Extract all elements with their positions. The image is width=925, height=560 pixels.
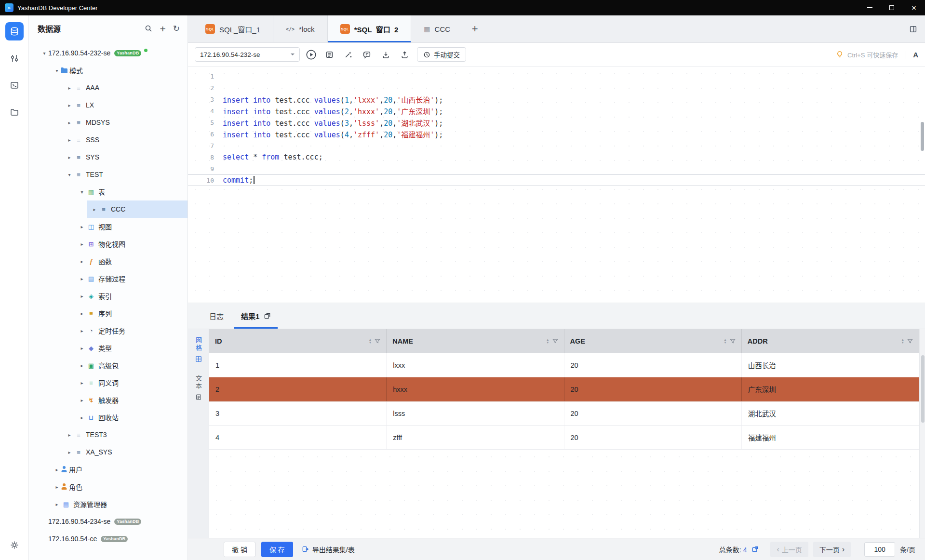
- text-view-tab[interactable]: 文本: [194, 375, 203, 400]
- table-cell[interactable]: lsss: [387, 401, 564, 425]
- explain-plan-button[interactable]: [322, 47, 336, 62]
- tab-logs[interactable]: 日志: [201, 303, 232, 329]
- connection-select[interactable]: 172.16.90.54-232-se: [195, 47, 300, 62]
- rail-datasource-button[interactable]: [5, 22, 24, 40]
- rail-console-button[interactable]: [5, 76, 24, 94]
- prev-page-button[interactable]: ‹ 上一页: [770, 542, 808, 557]
- table-row-1[interactable]: 1lxxx20山西长治: [209, 353, 919, 377]
- table-cell[interactable]: 广东深圳: [742, 377, 919, 401]
- tab-*lock[interactable]: </>*lock: [273, 15, 328, 42]
- tree-item-类型[interactable]: ▸◆类型: [29, 339, 188, 357]
- tab-SQL_窗口_1[interactable]: SQLSQL_窗口_1: [193, 15, 273, 42]
- tree-item-用户[interactable]: ▸用户: [29, 461, 188, 478]
- caret-collapsed-icon[interactable]: ▸: [91, 207, 98, 212]
- tree-item-存储过程[interactable]: ▸▤存储过程: [29, 270, 188, 287]
- tree-item-模式[interactable]: ▾模式: [29, 62, 188, 79]
- caret-collapsed-icon[interactable]: ▸: [78, 346, 86, 351]
- caret-collapsed-icon[interactable]: ▸: [78, 276, 86, 281]
- maximize-button[interactable]: [881, 0, 903, 15]
- format-sql-button[interactable]: [341, 47, 355, 62]
- editor-line-2[interactable]: 2: [188, 82, 925, 93]
- manual-commit-button[interactable]: 手动提交: [417, 47, 466, 62]
- table-cell[interactable]: 3: [209, 401, 387, 425]
- caret-collapsed-icon[interactable]: ▸: [78, 398, 86, 403]
- editor-line-10[interactable]: 10commit;: [188, 174, 925, 186]
- close-button[interactable]: ×: [903, 0, 925, 15]
- tree-item-MDSYS[interactable]: ▸≡MDSYS: [29, 114, 188, 131]
- refresh-icon[interactable]: ↻: [173, 25, 180, 33]
- grid-view-tab[interactable]: 网格: [194, 337, 203, 362]
- caret-collapsed-icon[interactable]: ▸: [78, 224, 86, 229]
- tab-result-1[interactable]: 结果1: [232, 303, 280, 329]
- tree-item-索引[interactable]: ▸◈索引: [29, 287, 188, 305]
- sort-icon[interactable]: ▲▼: [724, 338, 726, 344]
- comment-button[interactable]: [360, 47, 374, 62]
- caret-expanded-icon[interactable]: ▾: [40, 51, 48, 56]
- editor-line-3[interactable]: 3insert into test.ccc values(1,'lxxx',20…: [188, 93, 925, 105]
- tree-item-SSS[interactable]: ▸≡SSS: [29, 131, 188, 148]
- table-scrollbar-thumb[interactable]: [921, 355, 925, 423]
- layout-icon[interactable]: [909, 25, 917, 33]
- rail-files-button[interactable]: [5, 103, 24, 121]
- editor-line-1[interactable]: 1: [188, 70, 925, 82]
- caret-collapsed-icon[interactable]: ▸: [78, 415, 86, 420]
- caret-collapsed-icon[interactable]: ▸: [53, 467, 61, 472]
- table-row-3[interactable]: 3lsss20湖北武汉: [209, 401, 919, 426]
- editor-line-7[interactable]: 7: [188, 140, 925, 151]
- table-row-2[interactable]: 2hxxx20广东深圳: [209, 377, 919, 401]
- column-header-NAME[interactable]: NAME▲▼: [387, 329, 564, 353]
- column-header-ADDR[interactable]: ADDR▲▼: [742, 329, 919, 353]
- tree-item-172.16.90.54-234-se[interactable]: 172.16.90.54-234-seYashanDB: [29, 513, 188, 530]
- editor-line-8[interactable]: 8select * from test.ccc;: [188, 151, 925, 163]
- table-cell[interactable]: 20: [564, 401, 742, 425]
- caret-collapsed-icon[interactable]: ▸: [78, 363, 86, 368]
- page-size-input[interactable]: [864, 542, 895, 557]
- tab-*SQL_窗口_2[interactable]: SQL*SQL_窗口_2: [328, 15, 412, 42]
- table-cell[interactable]: 湖北武汉: [742, 401, 919, 425]
- table-cell[interactable]: hxxx: [387, 377, 564, 401]
- caret-collapsed-icon[interactable]: ▸: [53, 502, 61, 507]
- tree-item-XA_SYS[interactable]: ▸≡XA_SYS: [29, 443, 188, 461]
- tree-item-172.16.90.54-232-se[interactable]: ▾172.16.90.54-232-seYashanDB: [29, 44, 188, 62]
- result-popout-icon[interactable]: [264, 312, 271, 320]
- tree-item-LX[interactable]: ▸≡LX: [29, 96, 188, 114]
- tree-item-视图[interactable]: ▸◫视图: [29, 218, 188, 235]
- editor-line-4[interactable]: 4insert into test.ccc values(2,'hxxx',20…: [188, 105, 925, 117]
- scrollbar-thumb[interactable]: [921, 122, 924, 151]
- caret-collapsed-icon[interactable]: ▸: [66, 103, 73, 108]
- table-cell[interactable]: zfff: [387, 426, 564, 449]
- tree-item-同义词[interactable]: ▸≡同义词: [29, 374, 188, 391]
- caret-collapsed-icon[interactable]: ▸: [66, 137, 73, 143]
- column-header-AGE[interactable]: AGE▲▼: [564, 329, 742, 353]
- table-scrollbar[interactable]: [919, 329, 925, 538]
- caret-collapsed-icon[interactable]: ▸: [78, 328, 86, 333]
- tree-item-高级包[interactable]: ▸▣高级包: [29, 357, 188, 374]
- table-cell[interactable]: 4: [209, 426, 387, 449]
- tree-item-TEST3[interactable]: ▸≡TEST3: [29, 426, 188, 443]
- caret-collapsed-icon[interactable]: ▸: [66, 432, 73, 438]
- table-cell[interactable]: 20: [564, 377, 742, 401]
- tree-item-角色[interactable]: ▸角色: [29, 478, 188, 495]
- tree-item-定时任务[interactable]: ▸◔定时任务: [29, 322, 188, 339]
- table-cell[interactable]: lxxx: [387, 353, 564, 377]
- filter-icon[interactable]: [907, 338, 913, 344]
- caret-collapsed-icon[interactable]: ▸: [78, 241, 86, 247]
- sort-icon[interactable]: ▲▼: [901, 338, 904, 344]
- caret-collapsed-icon[interactable]: ▸: [66, 155, 73, 160]
- tree-item-回收站[interactable]: ▸⊔回收站: [29, 409, 188, 426]
- caret-collapsed-icon[interactable]: ▸: [66, 450, 73, 455]
- open-external-icon[interactable]: [751, 546, 759, 553]
- caret-expanded-icon[interactable]: ▾: [78, 189, 86, 195]
- new-tab-button[interactable]: +: [463, 15, 486, 42]
- caret-expanded-icon[interactable]: ▾: [53, 68, 61, 73]
- sort-icon[interactable]: ▲▼: [369, 338, 372, 344]
- tree-item-TEST[interactable]: ▾≡TEST: [29, 166, 188, 183]
- font-size-icon[interactable]: A: [906, 51, 918, 59]
- caret-collapsed-icon[interactable]: ▸: [53, 484, 61, 490]
- search-icon[interactable]: [145, 25, 152, 32]
- caret-collapsed-icon[interactable]: ▸: [66, 120, 73, 125]
- sort-icon[interactable]: ▲▼: [546, 338, 549, 344]
- table-cell[interactable]: 2: [209, 377, 387, 401]
- editor-line-6[interactable]: 6insert into test.ccc values(4,'zfff',20…: [188, 128, 925, 140]
- tree-item-SYS[interactable]: ▸≡SYS: [29, 148, 188, 166]
